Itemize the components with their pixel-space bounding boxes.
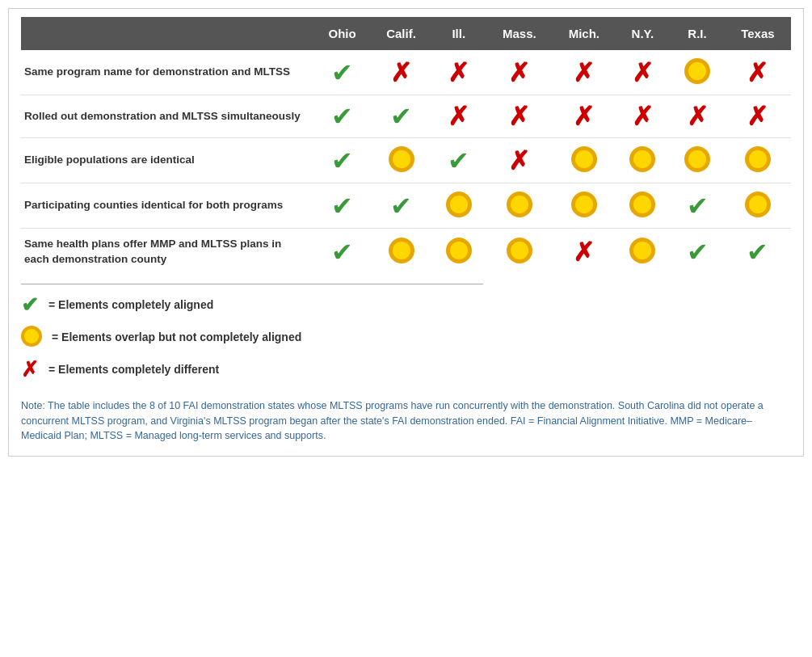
cross-icon: ✗ bbox=[508, 58, 530, 87]
cell-1-1: ✔ bbox=[371, 95, 431, 138]
legend-circle-label: = Elements overlap but not completely al… bbox=[52, 331, 301, 343]
note-text: Note: The table includes the 8 of 10 FAI… bbox=[21, 398, 791, 444]
circle-icon bbox=[629, 146, 655, 172]
cross-icon: ✗ bbox=[508, 102, 530, 131]
circle-icon bbox=[507, 192, 532, 217]
circle-icon bbox=[507, 238, 532, 263]
col-ohio: Ohio bbox=[313, 17, 371, 50]
cell-3-2 bbox=[431, 183, 486, 229]
comparison-table: Ohio Calif. Ill. Mass. Mich. N.Y. R.I. T… bbox=[21, 17, 791, 276]
table-row: Same program name for demonstration and … bbox=[21, 50, 791, 95]
main-container: Ohio Calif. Ill. Mass. Mich. N.Y. R.I. T… bbox=[8, 8, 804, 457]
table-row: Participating counties identical for bot… bbox=[21, 183, 791, 229]
cell-0-6 bbox=[670, 50, 725, 95]
row-label: Same program name for demonstration and … bbox=[21, 50, 313, 95]
cell-3-6: ✔ bbox=[670, 183, 725, 229]
check-icon: ✔ bbox=[390, 102, 412, 131]
cell-0-3: ✗ bbox=[486, 50, 553, 95]
circle-icon bbox=[446, 238, 472, 263]
cell-1-0: ✔ bbox=[313, 95, 371, 138]
cell-3-4 bbox=[553, 183, 615, 229]
cell-4-3 bbox=[486, 229, 553, 276]
table-row: Eligible populations are identical✔✔✗ bbox=[21, 138, 791, 183]
cell-4-4: ✗ bbox=[553, 229, 615, 276]
row-label: Same health plans offer MMP and MLTSS pl… bbox=[21, 229, 313, 276]
check-icon: ✔ bbox=[331, 238, 353, 267]
circle-icon bbox=[389, 238, 414, 263]
cell-1-4: ✗ bbox=[553, 95, 615, 138]
cross-icon: ✗ bbox=[632, 58, 654, 87]
circle-icon bbox=[629, 192, 655, 217]
row-label: Participating counties identical for bot… bbox=[21, 183, 313, 229]
col-label bbox=[21, 17, 313, 50]
cell-0-2: ✗ bbox=[431, 50, 486, 95]
check-icon: ✔ bbox=[747, 238, 768, 267]
cross-icon: ✗ bbox=[390, 58, 412, 87]
cell-4-5 bbox=[616, 229, 671, 276]
cross-icon: ✗ bbox=[448, 102, 469, 131]
cell-4-6: ✔ bbox=[670, 229, 725, 276]
cell-1-5: ✗ bbox=[616, 95, 671, 138]
check-icon: ✔ bbox=[448, 146, 469, 175]
cell-2-3: ✗ bbox=[486, 138, 553, 183]
circle-icon bbox=[745, 192, 771, 217]
check-icon: ✔ bbox=[331, 146, 353, 175]
cross-icon: ✗ bbox=[573, 102, 595, 131]
cross-icon: ✗ bbox=[448, 58, 469, 87]
col-calif: Calif. bbox=[371, 17, 431, 50]
check-icon: ✔ bbox=[331, 192, 353, 221]
col-texas: Texas bbox=[725, 17, 791, 50]
table-row: Rolled out demonstration and MLTSS simul… bbox=[21, 95, 791, 138]
legend-check-item: ✔ = Elements completely aligned bbox=[21, 293, 483, 318]
cell-2-5 bbox=[616, 138, 671, 183]
cell-0-7: ✗ bbox=[725, 50, 791, 95]
cell-0-0: ✔ bbox=[313, 50, 371, 95]
cross-icon: ✗ bbox=[687, 102, 709, 131]
legend-cross-icon: ✗ bbox=[21, 357, 39, 382]
cell-3-0: ✔ bbox=[313, 183, 371, 229]
cell-0-5: ✗ bbox=[616, 50, 671, 95]
legend-section: ✔ = Elements completely aligned = Elemen… bbox=[21, 284, 483, 382]
circle-icon bbox=[684, 146, 710, 172]
circle-icon bbox=[629, 238, 655, 263]
circle-icon bbox=[745, 146, 771, 172]
cell-0-1: ✗ bbox=[371, 50, 431, 95]
cell-4-2 bbox=[431, 229, 486, 276]
circle-icon bbox=[571, 146, 597, 172]
cross-icon: ✗ bbox=[747, 58, 768, 87]
col-ill: Ill. bbox=[431, 17, 486, 50]
col-ny: N.Y. bbox=[616, 17, 671, 50]
cross-icon: ✗ bbox=[508, 146, 530, 175]
cell-2-2: ✔ bbox=[431, 138, 486, 183]
check-icon: ✔ bbox=[331, 102, 353, 131]
cell-1-3: ✗ bbox=[486, 95, 553, 138]
cell-2-0: ✔ bbox=[313, 138, 371, 183]
check-icon: ✔ bbox=[331, 58, 353, 87]
cell-0-4: ✗ bbox=[553, 50, 615, 95]
legend-check-label: = Elements completely aligned bbox=[48, 298, 213, 311]
col-mass: Mass. bbox=[486, 17, 553, 50]
cross-icon: ✗ bbox=[573, 238, 595, 267]
cell-4-1 bbox=[371, 229, 431, 276]
cell-4-7: ✔ bbox=[725, 229, 791, 276]
cross-icon: ✗ bbox=[573, 58, 595, 87]
row-label: Rolled out demonstration and MLTSS simul… bbox=[21, 95, 313, 138]
col-ri: R.I. bbox=[670, 17, 725, 50]
cell-2-7 bbox=[725, 138, 791, 183]
legend-circle-item: = Elements overlap but not completely al… bbox=[21, 326, 483, 349]
cross-icon: ✗ bbox=[632, 102, 654, 131]
table-row: Same health plans offer MMP and MLTSS pl… bbox=[21, 229, 791, 276]
cell-3-3 bbox=[486, 183, 553, 229]
legend-cross-label: = Elements completely different bbox=[48, 363, 219, 376]
cell-1-7: ✗ bbox=[725, 95, 791, 138]
circle-icon bbox=[571, 192, 597, 217]
cell-2-1 bbox=[371, 138, 431, 183]
cross-icon: ✗ bbox=[747, 102, 768, 131]
check-icon: ✔ bbox=[687, 238, 709, 267]
cell-1-6: ✗ bbox=[670, 95, 725, 138]
cell-2-6 bbox=[670, 138, 725, 183]
cell-3-1: ✔ bbox=[371, 183, 431, 229]
cell-2-4 bbox=[553, 138, 615, 183]
circle-icon bbox=[389, 146, 414, 172]
legend-circle-icon bbox=[21, 326, 42, 349]
